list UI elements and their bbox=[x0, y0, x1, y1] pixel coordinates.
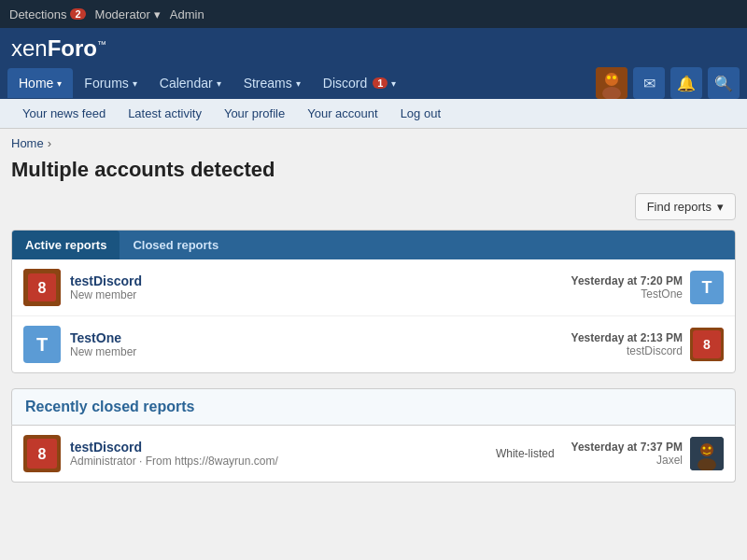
svg-text:8: 8 bbox=[703, 337, 711, 352]
search-button[interactable]: 🔍 bbox=[708, 67, 740, 99]
brand-bar: xenForo™ bbox=[0, 28, 747, 67]
report-username[interactable]: TestOne bbox=[70, 330, 562, 345]
breadcrumb-separator: › bbox=[48, 136, 51, 150]
commenter-avatar-testdiscord: 8 bbox=[690, 328, 724, 361]
nav-forums-label: Forums bbox=[84, 76, 128, 91]
svg-point-17 bbox=[703, 447, 706, 450]
logo-xen: xen bbox=[11, 35, 48, 61]
subnav-news-feed[interactable]: Your news feed bbox=[11, 99, 117, 128]
report-avatar-testdiscord: 8 bbox=[23, 269, 61, 306]
page-title: Multiple accounts detected bbox=[11, 158, 736, 182]
closed-avatar-testdiscord: 8 bbox=[23, 435, 61, 472]
nav-discord[interactable]: Discord 1 ▾ bbox=[312, 68, 408, 98]
closed-time: Yesterday at 7:37 PM bbox=[571, 441, 683, 454]
mail-button[interactable]: ✉ bbox=[633, 67, 665, 99]
nav-streams-arrow: ▾ bbox=[296, 78, 301, 89]
detections-badge: 2 bbox=[70, 8, 85, 20]
detections-label: Detections bbox=[9, 7, 66, 21]
nav-calendar[interactable]: Calendar ▾ bbox=[148, 68, 233, 98]
sub-nav: Your news feed Latest activity Your prof… bbox=[0, 99, 747, 129]
svg-point-4 bbox=[613, 76, 616, 79]
nav-streams-label: Streams bbox=[244, 76, 292, 91]
report-role: New member bbox=[70, 345, 562, 358]
recently-closed-block: 8 testDiscord Administrator · From https… bbox=[11, 426, 736, 483]
bell-icon: 🔔 bbox=[677, 75, 696, 92]
main-nav: Home ▾ Forums ▾ Calendar ▾ Streams ▾ Dis… bbox=[0, 67, 747, 99]
nav-discord-arrow: ▾ bbox=[391, 78, 396, 89]
report-username[interactable]: testDiscord bbox=[70, 273, 562, 288]
moderator-arrow: ▾ bbox=[154, 7, 161, 21]
svg-point-1 bbox=[605, 73, 618, 86]
closed-commenter-avatar-jaxel bbox=[690, 437, 724, 470]
subnav-latest-activity[interactable]: Latest activity bbox=[117, 99, 213, 128]
admin-bar: Detections 2 Moderator ▾ Admin bbox=[0, 0, 747, 28]
white-listed-badge: White-listed bbox=[488, 447, 562, 460]
closed-commenter: Jaxel bbox=[571, 454, 683, 467]
closed-right: Yesterday at 7:37 PM Jaxel bbox=[571, 437, 724, 470]
table-row: 8 testDiscord Administrator · From https… bbox=[12, 426, 735, 482]
report-time: Yesterday at 7:20 PM bbox=[571, 274, 683, 287]
svg-text:8: 8 bbox=[38, 446, 47, 462]
main-nav-left: Home ▾ Forums ▾ Calendar ▾ Streams ▾ Dis… bbox=[7, 68, 407, 98]
page-content: Multiple accounts detected Find reports … bbox=[0, 158, 747, 494]
closed-info: testDiscord Administrator · From https:/… bbox=[70, 440, 479, 468]
table-row: 8 testDiscord New member Yesterday at 7:… bbox=[12, 259, 735, 316]
report-commenter: TestOne bbox=[571, 287, 683, 301]
nav-home[interactable]: Home ▾ bbox=[7, 68, 73, 98]
svg-point-18 bbox=[709, 447, 712, 450]
nav-calendar-arrow: ▾ bbox=[217, 78, 221, 89]
report-info: TestOne New member bbox=[70, 330, 562, 358]
find-reports-wrapper: Find reports ▾ bbox=[11, 193, 736, 220]
report-right: Yesterday at 2:13 PM testDiscord 8 bbox=[571, 328, 724, 361]
nav-right: ✉ 🔔 🔍 bbox=[596, 67, 740, 99]
svg-text:8: 8 bbox=[38, 280, 47, 296]
nav-home-arrow: ▾ bbox=[57, 78, 62, 89]
logo-tm: ™ bbox=[97, 39, 106, 49]
subnav-logout[interactable]: Log out bbox=[389, 99, 452, 128]
search-icon: 🔍 bbox=[714, 75, 733, 92]
report-time-block: Yesterday at 2:13 PM testDiscord bbox=[571, 331, 683, 357]
discord-badge: 1 bbox=[373, 77, 388, 89]
reports-tabs: Active reports Closed reports bbox=[12, 231, 735, 259]
closed-time-block: Yesterday at 7:37 PM Jaxel bbox=[571, 441, 683, 467]
report-info: testDiscord New member bbox=[70, 273, 562, 301]
report-time: Yesterday at 2:13 PM bbox=[571, 331, 683, 344]
mail-icon: ✉ bbox=[643, 75, 655, 92]
subnav-profile[interactable]: Your profile bbox=[213, 99, 296, 128]
nav-streams[interactable]: Streams ▾ bbox=[233, 68, 312, 98]
admin-label: Admin bbox=[170, 7, 204, 21]
breadcrumb-home-link[interactable]: Home bbox=[11, 136, 44, 150]
report-avatar-testone: T bbox=[23, 326, 61, 363]
tab-closed-reports[interactable]: Closed reports bbox=[120, 231, 232, 259]
find-reports-label: Find reports bbox=[647, 200, 712, 214]
moderator-menu[interactable]: Moderator ▾ bbox=[95, 7, 161, 21]
moderator-label: Moderator bbox=[95, 7, 150, 21]
nav-forums[interactable]: Forums ▾ bbox=[73, 68, 148, 98]
admin-menu[interactable]: Admin bbox=[170, 7, 204, 21]
commenter-avatar-t: T bbox=[690, 271, 724, 304]
nav-forums-arrow: ▾ bbox=[133, 78, 137, 89]
bell-button[interactable]: 🔔 bbox=[670, 67, 702, 99]
detections-menu[interactable]: Detections 2 bbox=[9, 7, 86, 21]
find-reports-button[interactable]: Find reports ▾ bbox=[635, 193, 736, 220]
nav-calendar-label: Calendar bbox=[160, 76, 213, 91]
svg-point-3 bbox=[607, 76, 611, 79]
recently-closed-section: Recently closed reports 8 testDiscord Ad… bbox=[11, 388, 736, 483]
tab-active-reports[interactable]: Active reports bbox=[12, 231, 120, 259]
reports-block: Active reports Closed reports 8 testDisc… bbox=[11, 230, 736, 373]
closed-sub: Administrator · From https://8wayrun.com… bbox=[70, 455, 479, 468]
closed-username[interactable]: testDiscord bbox=[70, 440, 479, 455]
user-avatar[interactable] bbox=[596, 67, 627, 99]
report-right: Yesterday at 7:20 PM TestOne T bbox=[571, 271, 724, 304]
nav-discord-label: Discord bbox=[323, 76, 367, 91]
logo-foro: Foro bbox=[48, 35, 97, 61]
brand-logo[interactable]: xenForo™ bbox=[11, 35, 106, 62]
recently-closed-header: Recently closed reports bbox=[11, 388, 736, 426]
report-commenter: testDiscord bbox=[571, 344, 683, 357]
find-reports-arrow: ▾ bbox=[717, 200, 724, 214]
subnav-account[interactable]: Your account bbox=[296, 99, 388, 128]
breadcrumb: Home › bbox=[0, 129, 747, 158]
report-time-block: Yesterday at 7:20 PM TestOne bbox=[571, 274, 683, 301]
report-role: New member bbox=[70, 288, 562, 301]
table-row: T TestOne New member Yesterday at 2:13 P… bbox=[12, 316, 735, 372]
